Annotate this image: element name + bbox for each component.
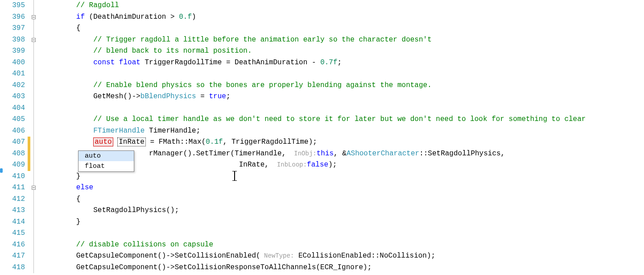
text-caret <box>234 171 235 181</box>
fold-cell[interactable] <box>28 137 42 148</box>
code-line[interactable]: GetCapsuleComponent()->SetCollisionRespo… <box>42 262 644 274</box>
completion-item[interactable]: auto <box>78 151 134 161</box>
fold-cell[interactable] <box>28 239 42 251</box>
line-number: 411 <box>0 182 25 194</box>
line-number: 395 <box>0 0 25 12</box>
code-line[interactable]: } <box>42 217 644 228</box>
fold-cell[interactable] <box>28 12 42 23</box>
completion-item[interactable]: float <box>78 161 134 171</box>
code-line[interactable] <box>42 228 644 239</box>
fold-cell[interactable] <box>28 159 42 171</box>
line-number: 402 <box>0 80 25 92</box>
fold-cell[interactable] <box>28 103 42 114</box>
code-area[interactable]: // Ragdoll if (DeathAnimDuration > 0.f) … <box>42 0 644 275</box>
line-number: 416 <box>0 239 25 251</box>
line-number: 403 <box>0 91 25 103</box>
fold-cell[interactable] <box>28 262 42 274</box>
line-number: 399 <box>0 46 25 57</box>
code-line[interactable]: if (DeathAnimDuration > 0.f) <box>42 12 644 23</box>
fold-cell[interactable] <box>28 250 42 262</box>
code-line[interactable]: auto InRate = FMath::Max(0.1f, TriggerRa… <box>42 137 644 148</box>
line-number: 405 <box>0 114 25 125</box>
line-number: 409 <box>0 159 25 171</box>
code-line[interactable]: SetRagdollPhysics(); <box>42 205 644 217</box>
code-line[interactable]: else <box>42 182 644 194</box>
fold-toggle-icon[interactable] <box>32 15 36 19</box>
line-number: 410 <box>0 171 25 183</box>
code-line[interactable]: // Enable blend physics so the bones are… <box>42 80 644 92</box>
fold-cell[interactable] <box>28 171 42 183</box>
fold-cell[interactable] <box>28 182 42 194</box>
line-number: 400 <box>0 57 25 69</box>
code-line[interactable]: FTimerHandle TimerHandle; <box>42 125 644 137</box>
code-line[interactable]: } <box>42 171 644 183</box>
fold-cell[interactable] <box>28 34 42 46</box>
line-number-gutter: 3953963973983994004014024034044054064074… <box>0 0 28 275</box>
line-number: 406 <box>0 125 25 137</box>
code-line[interactable]: { <box>42 23 644 34</box>
line-number: 404 <box>0 103 25 114</box>
code-line[interactable]: // blend back to its normal position. <box>42 46 644 57</box>
code-line[interactable]: GetCapsuleComponent()->SetCollisionEnabl… <box>42 250 644 262</box>
line-number: 414 <box>0 217 25 228</box>
code-line[interactable]: // Trigger ragdoll a little before the a… <box>42 34 644 46</box>
code-line[interactable]: GetMesh()->bBlendPhysics = true; <box>42 91 644 103</box>
code-line[interactable]: // Use a local timer handle as we don't … <box>42 114 644 125</box>
fold-cell[interactable] <box>28 114 42 125</box>
fold-cell[interactable] <box>28 23 42 34</box>
code-line[interactable] <box>42 103 644 114</box>
fold-cell[interactable] <box>28 205 42 217</box>
fold-cell[interactable] <box>28 0 42 12</box>
code-line[interactable]: const float TriggerRagdollTime = DeathAn… <box>42 57 644 69</box>
intellisense-popup[interactable]: autofloat <box>78 150 134 172</box>
line-number: 396 <box>0 12 25 23</box>
code-line[interactable]: { <box>42 194 644 205</box>
line-number: 412 <box>0 194 25 205</box>
line-number: 415 <box>0 228 25 239</box>
fold-cell[interactable] <box>28 46 42 57</box>
fold-cell[interactable] <box>28 125 42 137</box>
line-number: 408 <box>0 148 25 160</box>
line-number: 407 <box>0 137 25 148</box>
line-number: 398 <box>0 34 25 46</box>
line-number: 413 <box>0 205 25 217</box>
code-editor[interactable]: 3953963973983994004014024034044054064074… <box>0 0 644 275</box>
fold-cell[interactable] <box>28 91 42 103</box>
fold-cell[interactable] <box>28 80 42 92</box>
code-line[interactable] <box>42 68 644 80</box>
code-line[interactable]: // disable collisions on capsule <box>42 239 644 251</box>
line-number: 401 <box>0 68 25 80</box>
fold-cell[interactable] <box>28 194 42 205</box>
fold-cell[interactable] <box>28 68 42 80</box>
fold-toggle-icon[interactable] <box>32 38 36 42</box>
fold-toggle-icon[interactable] <box>32 186 36 190</box>
code-line[interactable]: // Ragdoll <box>42 0 644 12</box>
fold-cell[interactable] <box>28 228 42 239</box>
fold-cell[interactable] <box>28 57 42 69</box>
fold-cell[interactable] <box>28 148 42 160</box>
fold-column[interactable] <box>28 0 42 275</box>
line-number: 397 <box>0 23 25 34</box>
line-number: 418 <box>0 262 25 274</box>
line-number: 417 <box>0 250 25 262</box>
fold-cell[interactable] <box>28 217 42 228</box>
